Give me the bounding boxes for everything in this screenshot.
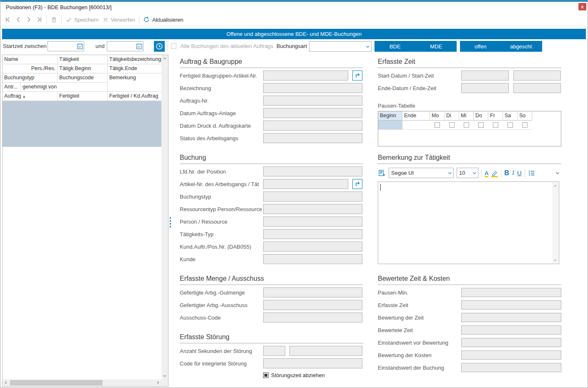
stoerung-sekunden-input[interactable] [263,346,285,356]
refresh-button[interactable]: Aktualisieren [143,16,183,23]
column-header-buchungstyp[interactable]: Buchungstyp [3,73,58,83]
input-field[interactable] [264,134,362,143]
start-date-input[interactable] [48,41,84,51]
pause-day-cell[interactable] [474,121,488,130]
bewertung-kosten-input[interactable] [461,350,561,360]
artikelnr-arbeitsgang-input[interactable] [263,179,348,189]
pause-day-checkbox[interactable] [478,122,484,128]
input-field[interactable] [462,351,561,359]
ausschuss-code-input[interactable] [263,312,362,322]
input-field[interactable] [264,108,362,118]
pause-day-cell[interactable] [488,121,503,130]
all-bookings-checkbox[interactable] [171,43,176,49]
calendar-icon[interactable] [76,43,84,50]
pause-day-checkbox[interactable] [508,122,513,128]
pause-day-cell[interactable] [445,121,459,130]
input-field[interactable] [462,301,561,309]
ausschuss-input[interactable] [263,300,362,310]
start-zeit-input[interactable] [513,71,561,81]
input-field[interactable] [264,300,362,310]
einstandswert-vor-bewertung-input[interactable] [461,338,561,347]
buchungsart-select[interactable] [309,41,372,52]
input-field[interactable] [264,121,362,130]
pause-beginn-cell[interactable] [378,121,402,130]
time-filter-button[interactable] [154,41,165,52]
nav-prev-button[interactable] [15,16,22,23]
pause-day-checkbox[interactable] [464,122,469,128]
nav-last-button[interactable] [36,16,43,23]
scroll-left-button[interactable] [3,379,9,386]
input-field[interactable] [462,83,508,93]
input-field[interactable] [462,326,561,334]
pause-day-checkbox[interactable] [493,122,498,128]
close-button[interactable]: x [578,3,586,10]
input-field[interactable] [264,71,348,80]
goto-arbeitsgang-button[interactable] [352,179,362,189]
column-header-name[interactable]: Name [3,55,58,64]
column-header-auftrag[interactable]: Auftrag ▲ [3,92,58,101]
scroll-down-button[interactable] [552,257,558,263]
input-field[interactable] [264,179,348,189]
input-field[interactable] [264,359,362,368]
column-header-fertigteil[interactable]: Fertigteil [58,92,108,101]
start-date-field[interactable] [48,42,76,51]
toolbar-overflow-button[interactable] [555,170,560,176]
column-header-genehmigt-von[interactable]: genehmigt von [21,83,108,92]
taetigkeits-typ-input[interactable] [263,229,362,239]
font-family-select[interactable]: Segoe UI [389,168,454,178]
scroll-up-button[interactable] [552,182,558,189]
buchungstyp-input[interactable] [263,191,362,202]
calendar-icon[interactable] [136,43,143,50]
lfdnr-position-input[interactable] [263,166,362,176]
input-field[interactable] [462,338,561,347]
gutmenge-input[interactable] [263,287,362,297]
column-header-taetigk-beginn[interactable]: Tätigk.Beginn [58,64,108,73]
input-field[interactable] [264,217,362,226]
column-header-bemerkung[interactable]: Bemerkung [108,73,161,92]
pause-day-checkbox[interactable] [522,122,528,128]
mde-button[interactable]: MDE [416,41,457,52]
pause-day-cell[interactable] [430,121,445,130]
bewertung-zeit-input[interactable] [461,313,561,322]
italic-button[interactable]: I [512,169,514,176]
input-field[interactable] [462,288,561,297]
save-button[interactable]: Speichern [65,17,99,23]
nav-first-button[interactable] [5,16,11,23]
discard-button[interactable]: Verwerfen [103,17,136,23]
datum-druck-auftragskarte-input[interactable] [263,121,362,131]
nav-next-button[interactable] [25,16,32,23]
scrollbar-thumb[interactable] [10,380,103,385]
input-field[interactable] [462,71,508,80]
ressourcentyp-input[interactable] [263,204,362,214]
scroll-right-button[interactable] [155,379,161,386]
pause-day-cell[interactable] [518,121,532,130]
bullet-list-button[interactable] [528,169,535,177]
offen-button[interactable]: offen [460,41,501,52]
input-field[interactable] [264,83,362,93]
column-header-fertigteil-kdauftrag[interactable]: Fertigteil / Kd.Auftrag [108,92,161,101]
pause-day-cell[interactable] [503,121,518,130]
ende-datum-input[interactable] [461,83,509,93]
pause-day-checkbox[interactable] [435,122,440,128]
end-date-input[interactable] [107,41,143,51]
text-module-button[interactable] [378,169,386,177]
pause-day-checkbox[interactable] [449,122,455,128]
input-field[interactable] [462,363,561,372]
bemerkung-textarea[interactable] [378,181,559,264]
input-field[interactable] [264,288,362,297]
status-arbeitsgang-input[interactable] [263,133,362,143]
input-field[interactable] [462,313,561,322]
column-header-pers-res[interactable]: Pers./Res. [3,64,58,73]
input-field[interactable] [264,96,362,105]
input-field[interactable] [264,313,362,322]
bewertete-zeit-input[interactable] [461,325,561,335]
input-field[interactable] [264,204,362,214]
ende-zeit-input[interactable] [513,83,561,93]
stoerung-zeit-input[interactable] [289,346,362,356]
stoerung-code-input[interactable] [263,358,362,368]
column-header-antrag[interactable]: Antr... [3,83,21,92]
bezeichnung-input[interactable] [263,83,362,93]
underline-button[interactable]: U [517,169,522,176]
auftragsnr-input[interactable] [263,96,362,106]
scroll-down-button[interactable] [161,373,168,379]
